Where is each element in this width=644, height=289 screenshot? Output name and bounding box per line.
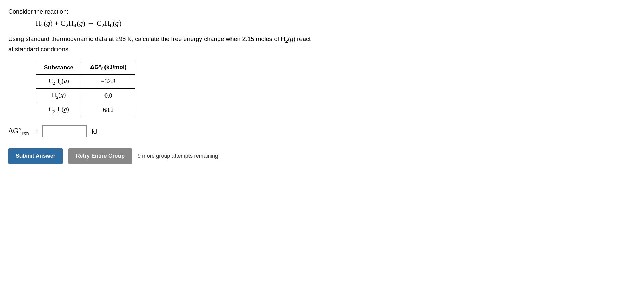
table-row: H2(g) 0.0 bbox=[36, 89, 135, 103]
value-h2: 0.0 bbox=[82, 89, 135, 103]
button-row: Submit Answer Retry Entire Group 9 more … bbox=[8, 148, 636, 164]
substance-c2h4: C2H4(g) bbox=[36, 103, 82, 117]
reaction-equation: H2(g) + C2H4(g) → C2H6(g) bbox=[36, 19, 636, 29]
answer-input[interactable] bbox=[42, 125, 87, 137]
substance-c2h6: C2H6(g) bbox=[36, 74, 82, 89]
submit-button[interactable]: Submit Answer bbox=[8, 148, 63, 164]
value-c2h6: −32.8 bbox=[82, 74, 135, 89]
table-col-gibbs: ΔG°f (kJ/mol) bbox=[82, 61, 135, 74]
equals-sign: = bbox=[34, 127, 38, 135]
table-row: C2H4(g) 68.2 bbox=[36, 103, 135, 117]
value-c2h4: 68.2 bbox=[82, 103, 135, 117]
problem-description: Using standard thermodynamic data at 298… bbox=[8, 35, 316, 54]
table-row: C2H6(g) −32.8 bbox=[36, 74, 135, 89]
consider-label: Consider the reaction: bbox=[8, 8, 636, 15]
thermodynamic-table: Substance ΔG°f (kJ/mol) C2H6(g) −32.8 H2… bbox=[36, 61, 636, 117]
unit-label: kJ bbox=[92, 127, 98, 135]
table-col-substance: Substance bbox=[36, 61, 82, 74]
answer-row: ΔG°rxn = kJ bbox=[8, 125, 636, 137]
delta-g-label: ΔG°rxn bbox=[8, 126, 29, 137]
retry-button[interactable]: Retry Entire Group bbox=[68, 148, 132, 164]
attempts-remaining: 9 more group attempts remaining bbox=[138, 153, 218, 159]
substance-h2: H2(g) bbox=[36, 89, 82, 103]
